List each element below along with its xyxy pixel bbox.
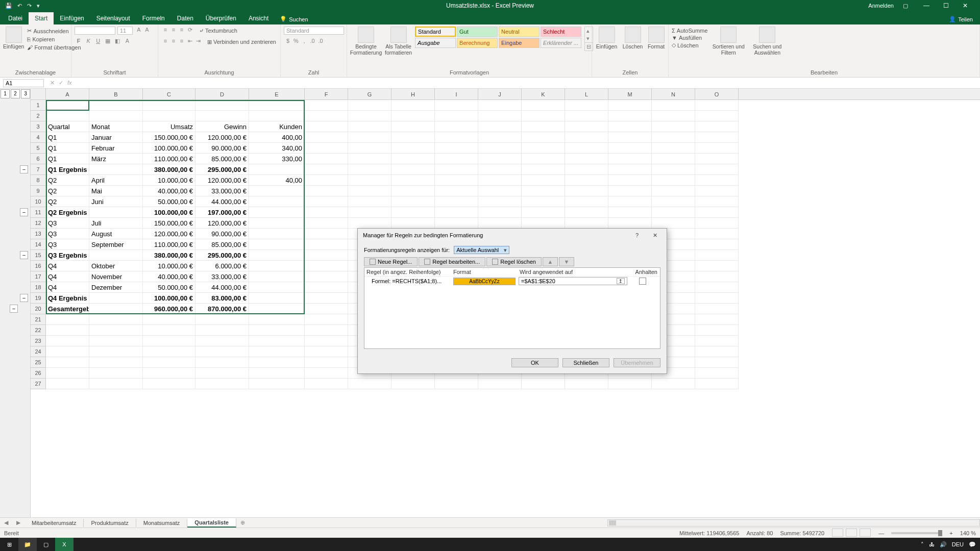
cell-O21[interactable] bbox=[695, 314, 739, 325]
cell-E23[interactable] bbox=[249, 336, 305, 346]
cell-J7[interactable] bbox=[478, 164, 522, 175]
cell-A23[interactable] bbox=[46, 336, 89, 346]
cell-O15[interactable] bbox=[695, 250, 739, 261]
font-name-combo[interactable] bbox=[75, 27, 115, 35]
cell-D9[interactable]: 33.000,00 € bbox=[195, 186, 249, 196]
cell-G4[interactable] bbox=[348, 132, 391, 143]
cell-D26[interactable] bbox=[195, 368, 249, 379]
align-center-icon[interactable]: ≡ bbox=[169, 38, 178, 46]
percent-icon[interactable]: % bbox=[292, 38, 300, 46]
qat-more-icon[interactable]: ▾ bbox=[37, 3, 40, 9]
cell-G1[interactable] bbox=[348, 100, 391, 111]
outline-collapse-row-15[interactable]: − bbox=[20, 251, 28, 259]
row-header-20[interactable]: 20 bbox=[31, 304, 46, 314]
cell-A12[interactable]: Q3 bbox=[46, 218, 89, 229]
cell-I2[interactable] bbox=[435, 111, 478, 121]
cell-C2[interactable] bbox=[143, 111, 195, 121]
dec-decimal-icon[interactable]: .0 bbox=[316, 38, 325, 46]
cell-J10[interactable] bbox=[478, 196, 522, 207]
styles-scroll-down-icon[interactable]: ▾ bbox=[585, 35, 593, 42]
cell-A5[interactable]: Q1 bbox=[46, 143, 89, 154]
dialog-help-icon[interactable]: ? bbox=[631, 231, 643, 240]
cell-H5[interactable] bbox=[391, 143, 435, 154]
fx-icon[interactable]: fx bbox=[67, 80, 72, 86]
cell-E3[interactable]: Kunden bbox=[249, 121, 305, 132]
cell-M12[interactable] bbox=[608, 218, 652, 229]
conditional-formatting-button[interactable]: Bedingte Formatierung bbox=[350, 27, 382, 56]
cell-G12[interactable] bbox=[348, 218, 391, 229]
cell-E27[interactable] bbox=[249, 379, 305, 389]
font-size-combo[interactable]: 11 bbox=[117, 27, 133, 35]
cell-H27[interactable] bbox=[391, 379, 435, 389]
cell-I12[interactable] bbox=[435, 218, 478, 229]
decrease-font-icon[interactable]: A bbox=[143, 27, 151, 35]
cell-H12[interactable] bbox=[391, 218, 435, 229]
cell-G6[interactable] bbox=[348, 154, 391, 164]
cell-C14[interactable]: 110.000,00 € bbox=[143, 239, 195, 250]
cell-N6[interactable] bbox=[652, 154, 695, 164]
cell-G5[interactable] bbox=[348, 143, 391, 154]
cell-N11[interactable] bbox=[652, 207, 695, 218]
range-picker-icon[interactable]: ↥ bbox=[617, 278, 625, 284]
cell-F7[interactable] bbox=[305, 164, 348, 175]
cell-G2[interactable] bbox=[348, 111, 391, 121]
cell-J5[interactable] bbox=[478, 143, 522, 154]
cell-F8[interactable] bbox=[305, 175, 348, 186]
cell-N9[interactable] bbox=[652, 186, 695, 196]
fill-color-icon[interactable]: ◧ bbox=[113, 38, 121, 46]
cell-C13[interactable]: 120.000,00 € bbox=[143, 229, 195, 239]
align-top-icon[interactable]: ≡ bbox=[161, 27, 169, 35]
row-header-13[interactable]: 13 bbox=[31, 229, 46, 239]
cell-O11[interactable] bbox=[695, 207, 739, 218]
cell-B6[interactable]: März bbox=[89, 154, 143, 164]
cell-O10[interactable] bbox=[695, 196, 739, 207]
cell-J27[interactable] bbox=[478, 379, 522, 389]
row-header-5[interactable]: 5 bbox=[31, 143, 46, 154]
cell-K12[interactable] bbox=[522, 218, 565, 229]
align-right-icon[interactable]: ≡ bbox=[178, 38, 186, 46]
cell-A13[interactable]: Q3 bbox=[46, 229, 89, 239]
row-header-6[interactable]: 6 bbox=[31, 154, 46, 164]
cell-B27[interactable] bbox=[89, 379, 143, 389]
cell-E7[interactable] bbox=[249, 164, 305, 175]
cell-N12[interactable] bbox=[652, 218, 695, 229]
ribbon-display-icon[interactable]: ▢ bbox=[903, 3, 908, 9]
cell-K3[interactable] bbox=[522, 121, 565, 132]
cell-A2[interactable] bbox=[46, 111, 89, 121]
column-header-O[interactable]: O bbox=[695, 89, 739, 99]
cell-M2[interactable] bbox=[608, 111, 652, 121]
cell-K6[interactable] bbox=[522, 154, 565, 164]
cell-B17[interactable]: November bbox=[89, 271, 143, 282]
cell-C22[interactable] bbox=[143, 325, 195, 336]
cell-B23[interactable] bbox=[89, 336, 143, 346]
cell-F11[interactable] bbox=[305, 207, 348, 218]
cell-J3[interactable] bbox=[478, 121, 522, 132]
cell-B5[interactable]: Februar bbox=[89, 143, 143, 154]
cell-A4[interactable]: Q1 bbox=[46, 132, 89, 143]
cell-E1[interactable] bbox=[249, 100, 305, 111]
cell-G27[interactable] bbox=[348, 379, 391, 389]
cell-O20[interactable] bbox=[695, 304, 739, 314]
style-ausgabe[interactable]: Ausgabe bbox=[415, 38, 456, 48]
tray-notifications-icon[interactable]: 💬 bbox=[969, 541, 976, 548]
cell-J6[interactable] bbox=[478, 154, 522, 164]
paste-button[interactable]: Einfügen bbox=[3, 27, 24, 50]
cell-E8[interactable]: 40,00 bbox=[249, 175, 305, 186]
cell-B19[interactable] bbox=[89, 293, 143, 304]
cell-F9[interactable] bbox=[305, 186, 348, 196]
cell-O26[interactable] bbox=[695, 368, 739, 379]
style-standard[interactable]: Standard bbox=[415, 27, 456, 37]
maximize-icon[interactable]: ☐ bbox=[937, 2, 955, 9]
cell-M7[interactable] bbox=[608, 164, 652, 175]
cell-D13[interactable]: 90.000,00 € bbox=[195, 229, 249, 239]
cell-K8[interactable] bbox=[522, 175, 565, 186]
cell-J2[interactable] bbox=[478, 111, 522, 121]
cell-G9[interactable] bbox=[348, 186, 391, 196]
column-header-K[interactable]: K bbox=[522, 89, 565, 99]
delete-cells-button[interactable]: Löschen bbox=[621, 27, 644, 50]
cell-M4[interactable] bbox=[608, 132, 652, 143]
cell-C20[interactable]: 960.000,00 € bbox=[143, 304, 195, 314]
column-header-C[interactable]: C bbox=[143, 89, 195, 99]
cell-F15[interactable] bbox=[305, 250, 348, 261]
cell-I10[interactable] bbox=[435, 196, 478, 207]
